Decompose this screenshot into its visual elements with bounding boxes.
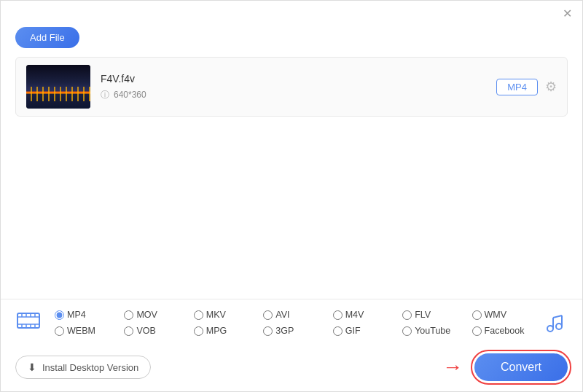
format-label-vob: VOB — [136, 326, 155, 336]
format-icon-area — [12, 307, 44, 339]
format-radio-mp4[interactable] — [55, 310, 64, 320]
format-label-m4v: M4V — [345, 310, 364, 320]
format-label-wmv: WMV — [485, 310, 507, 320]
music-note-icon — [544, 313, 565, 333]
format-option-wmv[interactable]: WMV — [469, 308, 539, 321]
format-label-mpg: MPG — [206, 326, 227, 336]
format-grid: MP4 MOV MKV AVI M4V — [52, 308, 539, 337]
file-meta: ⓘ 640*360 — [101, 89, 486, 101]
format-option-mkv[interactable]: MKV — [191, 308, 260, 321]
file-resolution: 640*360 — [114, 90, 146, 100]
download-icon: ⬇ — [28, 361, 36, 373]
music-icon-area[interactable] — [539, 313, 571, 333]
title-bar: ✕ — [1, 1, 582, 24]
format-option-gif[interactable]: GIF — [330, 324, 399, 337]
format-option-vob[interactable]: VOB — [121, 324, 190, 337]
file-actions: MP4 ⚙ — [496, 79, 557, 95]
action-row: ⬇ Install Desktop Version → Convert — [1, 346, 582, 391]
format-radio-avi[interactable] — [263, 310, 273, 320]
format-option-facebook[interactable]: Facebook — [469, 324, 539, 337]
arrow-right-icon: → — [442, 356, 463, 379]
svg-point-12 — [556, 324, 562, 329]
format-radio-wmv[interactable] — [472, 310, 482, 320]
bottom-bar: MP4 MOV MKV AVI M4V — [1, 299, 582, 391]
film-icon — [15, 307, 42, 339]
toolbar: Add File — [1, 24, 582, 57]
format-radio-3gp[interactable] — [263, 326, 273, 336]
format-label-mp4: MP4 — [67, 310, 86, 320]
convert-button[interactable]: Convert — [474, 353, 568, 381]
close-button[interactable]: ✕ — [563, 8, 572, 20]
file-name: F4V.f4v — [101, 73, 486, 85]
format-label-youtube: YouTube — [415, 326, 450, 336]
thumb-bg — [26, 65, 90, 109]
file-list: F4V.f4v ⓘ 640*360 MP4 ⚙ — [15, 57, 568, 117]
add-file-button[interactable]: Add File — [15, 27, 79, 48]
format-label-mov: MOV — [136, 310, 157, 320]
svg-rect-0 — [17, 313, 39, 328]
install-desktop-button[interactable]: ⬇ Install Desktop Version — [15, 356, 151, 379]
install-label: Install Desktop Version — [42, 362, 138, 373]
file-thumbnail — [26, 65, 90, 109]
format-option-m4v[interactable]: M4V — [330, 308, 399, 321]
format-section: MP4 MOV MKV AVI M4V — [1, 299, 582, 346]
format-radio-mkv[interactable] — [194, 310, 203, 320]
format-radio-vob[interactable] — [124, 326, 133, 336]
format-label-flv: FLV — [415, 310, 431, 320]
format-radio-gif[interactable] — [333, 326, 343, 336]
app-window: ✕ Add File F4V.f4v ⓘ 640*360 MP4 ⚙ — [1, 1, 582, 392]
format-option-3gp[interactable]: 3GP — [260, 324, 329, 337]
format-option-flv[interactable]: FLV — [399, 308, 469, 321]
format-radio-mpg[interactable] — [194, 326, 203, 336]
format-radio-m4v[interactable] — [333, 310, 343, 320]
format-label-3gp: 3GP — [275, 326, 294, 336]
file-info: F4V.f4v ⓘ 640*360 — [101, 73, 486, 101]
format-radio-flv[interactable] — [402, 310, 412, 320]
format-radio-facebook[interactable] — [472, 326, 482, 336]
format-option-avi[interactable]: AVI — [260, 308, 329, 321]
format-label-gif: GIF — [345, 326, 361, 336]
format-badge[interactable]: MP4 — [496, 79, 538, 95]
format-label-avi: AVI — [275, 310, 289, 320]
format-option-webm[interactable]: WEBM — [52, 324, 121, 337]
format-option-mov[interactable]: MOV — [121, 308, 190, 321]
format-label-facebook: Facebook — [485, 326, 525, 336]
arrow-area: → Convert — [442, 353, 568, 381]
format-option-mpg[interactable]: MPG — [191, 324, 260, 337]
format-radio-youtube[interactable] — [402, 326, 412, 336]
svg-point-11 — [547, 326, 553, 332]
format-label-mkv: MKV — [206, 310, 226, 320]
format-label-webm: WEBM — [67, 326, 95, 336]
format-radio-webm[interactable] — [55, 326, 64, 336]
svg-line-15 — [553, 315, 562, 318]
format-option-youtube[interactable]: YouTube — [399, 324, 469, 337]
thumb-lights — [26, 87, 90, 101]
info-icon: ⓘ — [101, 89, 109, 101]
settings-icon[interactable]: ⚙ — [545, 79, 557, 95]
format-radio-mov[interactable] — [124, 310, 133, 320]
format-option-mp4[interactable]: MP4 — [52, 308, 121, 321]
